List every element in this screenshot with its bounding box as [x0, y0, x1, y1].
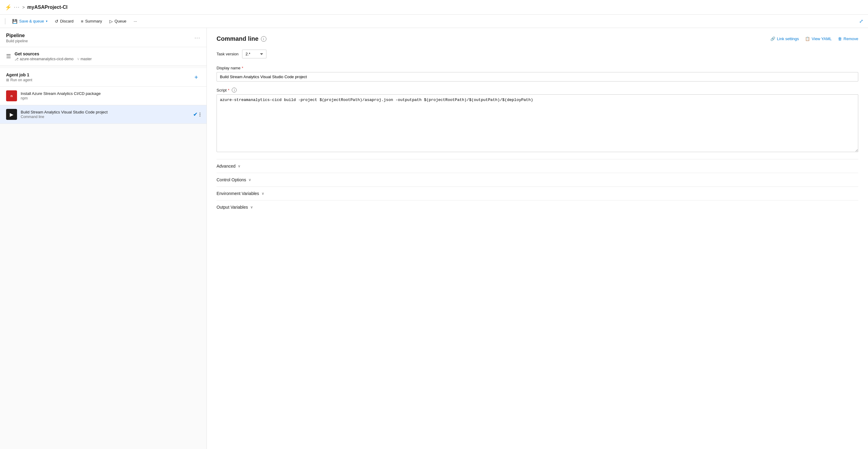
collapse-chevron-environment-variables: ∨	[261, 191, 264, 196]
task-check-icon: ✔	[193, 111, 198, 118]
task-version-row: Task version 2.*	[217, 50, 858, 58]
branch-icon: ⑂	[77, 57, 80, 61]
pipeline-title: Pipeline	[6, 33, 28, 38]
section-output-variables: Output Variables ∨	[217, 200, 858, 214]
view-yaml-button[interactable]: 📋 View YAML	[805, 36, 832, 41]
task-cmd-subtitle: Command line	[21, 115, 189, 119]
task-cmd-name: Build Stream Analytics Visual Studio Cod…	[21, 110, 189, 114]
section-control-options: Control Options ∨	[217, 173, 858, 186]
link-settings-label: Link settings	[777, 36, 799, 41]
collapse-header-environment-variables[interactable]: Environment Variables ∨	[217, 191, 858, 196]
remove-icon: 🗑	[838, 36, 842, 41]
section-advanced: Advanced ∨	[217, 159, 858, 173]
agent-job-subtitle: ⊞ Run on agent	[6, 78, 32, 82]
queue-label: Queue	[115, 19, 126, 23]
branch-name: master	[81, 57, 92, 61]
display-name-group: Display name *	[217, 66, 858, 82]
get-sources-title: Get sources	[14, 52, 92, 56]
yaml-icon: 📋	[805, 36, 810, 41]
collapse-header-control-options[interactable]: Control Options ∨	[217, 177, 858, 182]
script-textarea[interactable]: azure-streamanalytics-cicd build -projec…	[217, 94, 858, 152]
task-version-label: Task version	[217, 52, 239, 56]
save-queue-label: Save & queue	[19, 19, 44, 23]
task-npm-item[interactable]: n Install Azure Stream Analytics CI/CD p…	[0, 87, 207, 105]
topbar-title: myASAProject-CI	[27, 5, 67, 10]
collapse-chevron-output-variables: ∨	[250, 205, 253, 209]
task-list: n Install Azure Stream Analytics CI/CD p…	[0, 87, 207, 124]
remove-label: Remove	[844, 36, 858, 41]
expand-button[interactable]: ⤢	[859, 18, 863, 24]
save-icon: 💾	[12, 19, 17, 24]
toolbar-more-dots: ···	[134, 19, 137, 23]
collapse-chevron-control-options: ∨	[248, 178, 251, 182]
task-npm-content: Install Azure Stream Analytics CI/CD pac…	[21, 91, 200, 100]
npm-task-icon: n	[6, 90, 17, 101]
pipeline-title-section: Pipeline Build pipeline	[6, 33, 28, 43]
get-sources-content: Get sources ⎇ azure-streamanalytics-cicd…	[14, 52, 92, 61]
toolbar-more-button[interactable]: ···	[131, 17, 140, 25]
script-required: *	[228, 88, 229, 92]
task-more-button[interactable]	[199, 113, 200, 117]
toolbar: 💾 Save & queue ▾ ↺ Discard ≡ Summary ▷ Q…	[0, 14, 868, 28]
collapse-label-environment-variables: Environment Variables	[217, 191, 259, 196]
summary-icon: ≡	[81, 19, 83, 24]
task-cmd-item[interactable]: ▶ Build Stream Analytics Visual Studio C…	[0, 105, 207, 124]
app-icon: ⚡	[5, 4, 11, 11]
collapse-label-control-options: Control Options	[217, 177, 246, 182]
topbar-more-button[interactable]: ···	[14, 5, 20, 10]
link-icon: 🔗	[770, 36, 775, 41]
collapse-header-output-variables[interactable]: Output Variables ∨	[217, 205, 858, 210]
pipeline-more-button[interactable]: ···	[195, 35, 200, 41]
add-task-button[interactable]: +	[192, 73, 200, 82]
agent-job-subtitle-text: Run on agent	[10, 78, 32, 82]
get-sources-branch: ⑂ master	[77, 57, 92, 61]
task-cmd-actions: ✔	[193, 111, 200, 118]
pipeline-header: Pipeline Build pipeline ···	[0, 28, 207, 47]
script-info-icon[interactable]: i	[232, 88, 237, 92]
agent-job-item[interactable]: Agent job 1 ⊞ Run on agent +	[0, 68, 207, 87]
topbar-breadcrumb-chevron: >	[22, 5, 25, 10]
section-environment-variables: Environment Variables ∨	[217, 186, 858, 200]
view-yaml-label: View YAML	[812, 36, 832, 41]
dot1	[199, 113, 200, 114]
queue-button[interactable]: ▷ Queue	[106, 17, 130, 26]
collapse-label-output-variables: Output Variables	[217, 205, 248, 210]
task-version-select[interactable]: 2.*	[242, 50, 267, 58]
display-name-label: Display name *	[217, 66, 858, 70]
link-settings-button[interactable]: 🔗 Link settings	[770, 36, 799, 41]
display-name-input[interactable]	[217, 72, 858, 82]
save-queue-button[interactable]: 💾 Save & queue ▾	[9, 17, 51, 26]
npm-icon-label: n	[11, 94, 13, 98]
main-layout: Pipeline Build pipeline ··· ☰ Get source…	[0, 28, 868, 449]
pipeline-subtitle: Build pipeline	[6, 39, 28, 43]
cmd-info-icon[interactable]: i	[261, 36, 267, 42]
summary-button[interactable]: ≡ Summary	[78, 17, 105, 26]
task-npm-name: Install Azure Stream Analytics CI/CD pac…	[21, 91, 200, 96]
summary-label: Summary	[85, 19, 102, 23]
remove-button[interactable]: 🗑 Remove	[838, 36, 858, 41]
right-panel: Command line i 🔗 Link settings 📋 View YA…	[207, 28, 868, 449]
discard-icon: ↺	[55, 19, 58, 24]
queue-icon: ▷	[110, 19, 113, 24]
script-label: Script * i	[217, 88, 858, 92]
get-sources-meta: ⎇ azure-streamanalytics-cicd-demo ⑂ mast…	[14, 57, 92, 61]
collapsible-sections: Advanced ∨ Control Options ∨ Environment…	[217, 159, 858, 214]
get-sources-repo: ⎇ azure-streamanalytics-cicd-demo	[14, 57, 73, 61]
cmd-task-icon: ▶	[6, 109, 17, 120]
cmd-title: Command line	[217, 35, 258, 42]
dot3	[199, 116, 200, 117]
agent-job-left: Agent job 1 ⊞ Run on agent	[6, 72, 32, 82]
topbar: ⚡ ··· > myASAProject-CI	[0, 0, 868, 14]
left-panel: Pipeline Build pipeline ··· ☰ Get source…	[0, 28, 207, 449]
collapse-chevron-advanced: ∨	[238, 164, 241, 168]
get-sources-item[interactable]: ☰ Get sources ⎇ azure-streamanalytics-ci…	[0, 47, 207, 66]
repo-name: azure-streamanalytics-cicd-demo	[20, 57, 73, 61]
cmd-icon-label: ▶	[10, 112, 13, 117]
discard-label: Discard	[60, 19, 73, 23]
cmd-title-area: Command line i	[217, 35, 267, 42]
save-queue-chevron: ▾	[46, 20, 48, 23]
discard-button[interactable]: ↺ Discard	[52, 17, 76, 26]
display-name-required: *	[242, 66, 243, 70]
collapse-header-advanced[interactable]: Advanced ∨	[217, 164, 858, 169]
cmd-actions: 🔗 Link settings 📋 View YAML 🗑 Remove	[770, 36, 858, 41]
